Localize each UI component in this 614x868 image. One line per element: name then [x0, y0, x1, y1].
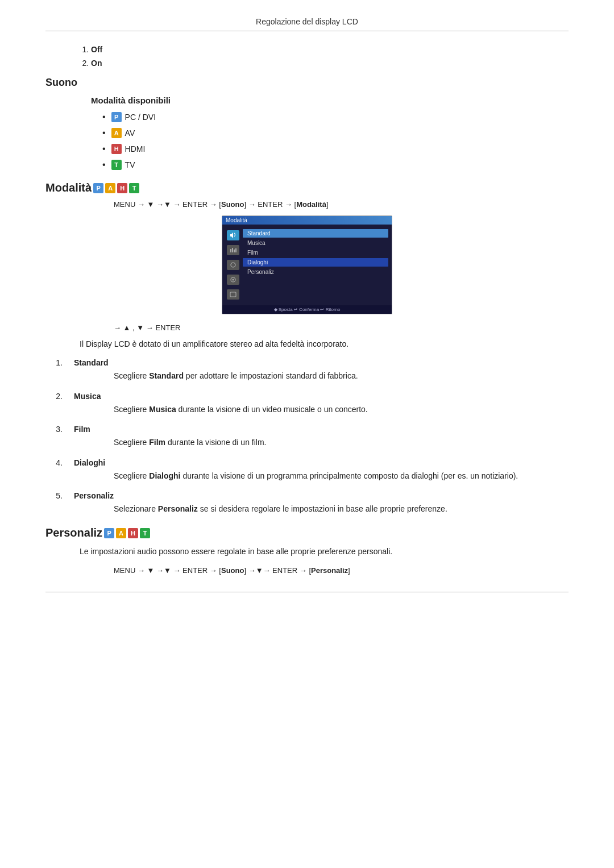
badge-p-modalita: P — [93, 183, 103, 193]
item-musica: 2. Musica Scegliere Musica durante la vi… — [45, 392, 569, 416]
personaliz-text: Personaliz — [45, 526, 102, 539]
badge-a-personaliz: A — [116, 528, 126, 538]
badge-a: A — [111, 128, 122, 138]
badge-t-personaliz: T — [140, 528, 150, 538]
bullet-dot: • — [102, 112, 106, 122]
personaliz-nav-instruction: MENU → ▼ →▼ → ENTER → [Suono] →▼→ ENTER … — [114, 566, 569, 575]
off-on-list: Off On — [80, 45, 569, 68]
badge-t: T — [111, 160, 122, 170]
item-film-title: 3. Film — [45, 425, 569, 434]
item-film: 3. Film Scegliere Film durante la vision… — [45, 425, 569, 448]
mode-list: • P PC / DVI • A AV • H HDMI • T TV — [102, 112, 569, 170]
item-standard-title: 1. Standard — [45, 358, 569, 367]
item-personaliz: 5. Personaliz Selezionare Personaliz se … — [45, 491, 569, 515]
personaliz-section-heading: Personaliz P A H T — [45, 526, 569, 539]
menu-body: Standard Musica Film Dialoghi Personaliz — [222, 225, 392, 305]
list-item-on: On — [91, 59, 569, 68]
svg-rect-2 — [234, 250, 235, 252]
menu-option-musica[interactable]: Musica — [243, 239, 388, 247]
bullet-dot: • — [102, 128, 106, 138]
item-personaliz-desc: Selezionare Personaliz se si desidera re… — [114, 502, 569, 515]
menu-icons-col — [225, 227, 242, 303]
item-musica-title: 2. Musica — [45, 392, 569, 401]
item-musica-desc: Scegliere Musica durante la visione di u… — [114, 403, 569, 416]
item-dialoghi-desc: Scegliere Dialoghi durante la visione di… — [114, 470, 569, 482]
menu-icon-speaker — [227, 230, 239, 240]
arrow-instruction: → ▲ , ▼ → ENTER — [114, 323, 569, 332]
mode-av-label: AV — [125, 128, 135, 138]
menu-title-text: Modalità — [226, 217, 247, 223]
svg-rect-3 — [235, 248, 237, 252]
menu-options-col: Standard Musica Film Dialoghi Personaliz — [242, 227, 389, 303]
badge-t-modalita: T — [129, 183, 139, 193]
mode-tv-label: TV — [125, 160, 135, 169]
item-dialoghi-title: 4. Dialoghi — [45, 458, 569, 467]
menu-screenshot: Modalità Standar — [222, 215, 392, 314]
mode-tv: • T TV — [102, 160, 569, 170]
modalita-disponibili-heading: Modalità disponibili — [91, 95, 569, 105]
page-title: Regolazione del display LCD — [45, 17, 569, 31]
menu-icon-circle1 — [227, 260, 239, 270]
page-wrapper: Regolazione del display LCD Off On Suono… — [0, 0, 614, 615]
item-standard: 1. Standard Scegliere Standard per adott… — [45, 358, 569, 382]
menu-title-bar: Modalità — [222, 216, 392, 225]
menu-option-standard[interactable]: Standard — [243, 229, 388, 238]
menu-option-personaliz[interactable]: Personaliz — [243, 268, 388, 276]
personaliz-body: Le impostazioni audio possono essere reg… — [80, 545, 569, 558]
mode-hdmi-label: HDMI — [125, 144, 146, 153]
badge-p: P — [111, 112, 122, 122]
bottom-divider — [45, 592, 569, 592]
menu-icon-eq — [227, 245, 239, 255]
svg-rect-0 — [230, 249, 231, 252]
item-film-desc: Scegliere Film durante la visione di un … — [114, 436, 569, 448]
intro-text: Il Display LCD è dotato di un amplificat… — [80, 338, 569, 350]
suono-heading: Suono — [45, 77, 569, 89]
modalita-nav-instruction: MENU → ▼ →▼ → ENTER → [Suono] → ENTER → … — [114, 200, 569, 209]
badge-h: H — [111, 144, 122, 154]
item-dialoghi: 4. Dialoghi Scegliere Dialoghi durante l… — [45, 458, 569, 482]
badge-h-personaliz: H — [128, 528, 138, 538]
mode-pc-dvi-label: PC / DVI — [125, 113, 156, 122]
modalita-section-heading: Modalità P A H T — [45, 181, 569, 194]
svg-point-6 — [233, 279, 234, 281]
svg-rect-7 — [230, 292, 236, 297]
badge-h-modalita: H — [117, 183, 127, 193]
bullet-dot: • — [102, 144, 106, 154]
modalita-text: Modalità — [45, 181, 92, 194]
svg-point-4 — [231, 263, 235, 267]
mode-pc-dvi: • P PC / DVI — [102, 112, 569, 122]
menu-option-film[interactable]: Film — [243, 248, 388, 257]
mode-av: • A AV — [102, 128, 569, 138]
badge-a-modalita: A — [105, 183, 115, 193]
item-standard-desc: Scegliere Standard per adottare le impos… — [114, 369, 569, 382]
menu-icon-circle2 — [227, 275, 239, 285]
list-item-off: Off — [91, 45, 569, 54]
item-personaliz-title: 5. Personaliz — [45, 491, 569, 500]
svg-rect-1 — [232, 248, 233, 252]
menu-icon-box — [227, 289, 239, 300]
menu-footer-text: ◆ Sposta ↵ Conferma ↩ Ritorno — [274, 307, 341, 312]
bullet-dot: • — [102, 160, 106, 170]
badge-p-personaliz: P — [104, 528, 114, 538]
menu-footer: ◆ Sposta ↵ Conferma ↩ Ritorno — [222, 305, 392, 314]
mode-hdmi: • H HDMI — [102, 144, 569, 154]
menu-option-dialoghi[interactable]: Dialoghi — [243, 258, 388, 267]
